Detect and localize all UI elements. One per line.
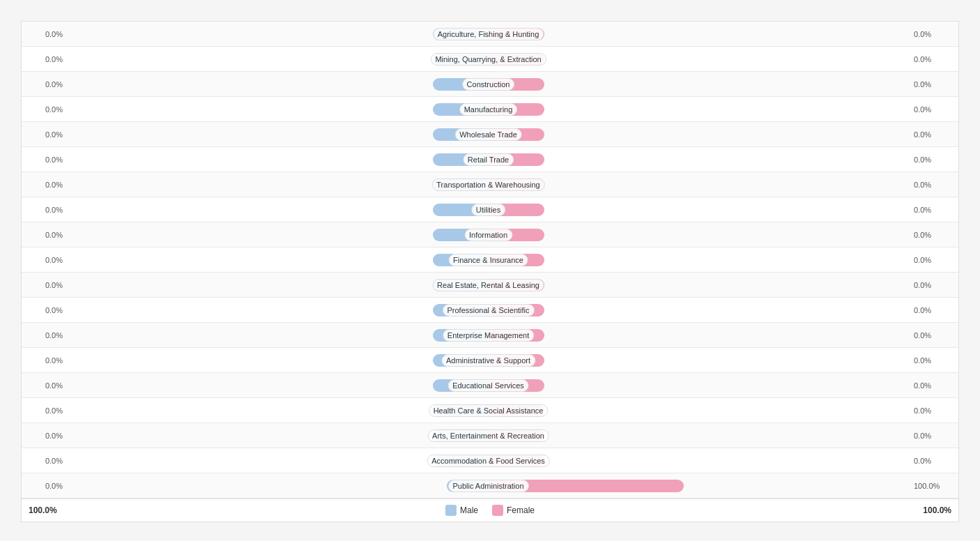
right-bar-wrap: [489, 52, 910, 67]
left-value: 0.0%: [29, 281, 67, 289]
bar-blue: [433, 78, 489, 91]
chart-row: 0.0% Public Administration 100.0%: [22, 473, 958, 498]
right-bar-wrap: [489, 102, 910, 117]
right-value: 100.0%: [910, 482, 951, 490]
left-value: 0.0%: [29, 406, 67, 415]
bar-blue: [433, 304, 489, 317]
right-value: 0.0%: [910, 30, 951, 38]
left-value: 0.0%: [29, 356, 67, 365]
bar-section: Enterprise Management: [67, 326, 910, 345]
bar-blue: [433, 279, 489, 291]
bar-blue: [433, 329, 489, 342]
left-value: 0.0%: [29, 55, 67, 63]
bar-section: Real Estate, Rental & Leasing: [67, 275, 910, 295]
left-value: 0.0%: [29, 457, 67, 465]
left-bar-wrap: [67, 152, 489, 167]
right-bar-wrap: [489, 26, 910, 42]
right-value: 0.0%: [910, 155, 951, 164]
footer-right-value: 100.0%: [910, 505, 951, 515]
bar-section: Public Administration: [67, 476, 910, 496]
left-bar-wrap: [67, 26, 489, 42]
bar-section: Professional & Scientific: [67, 300, 910, 320]
chart-row: 0.0% Enterprise Management 0.0%: [22, 323, 958, 348]
bar-pink: [489, 329, 544, 342]
right-value: 0.0%: [910, 181, 951, 189]
chart-row: 0.0% Agriculture, Fishing & Hunting 0.0%: [22, 22, 958, 47]
left-bar-wrap: [67, 303, 489, 318]
chart-row: 0.0% Finance & Insurance 0.0%: [22, 247, 958, 273]
bar-section: Administrative & Support: [67, 351, 910, 370]
left-bar-wrap: [67, 478, 489, 494]
left-value: 0.0%: [29, 482, 67, 490]
right-bar-wrap: [489, 77, 910, 92]
bar-blue: [433, 429, 489, 442]
left-value: 0.0%: [29, 331, 67, 340]
left-bar-wrap: [67, 227, 489, 243]
bar-pink: [489, 254, 544, 266]
bar-blue: [433, 404, 489, 417]
right-bar-wrap: [489, 478, 910, 494]
bar-section: Transportation & Warehousing: [67, 175, 910, 195]
chart-row: 0.0% Health Care & Social Assistance 0.0…: [22, 398, 958, 423]
bar-blue: [433, 178, 489, 191]
left-bar-wrap: [67, 202, 489, 218]
bar-blue: [433, 28, 489, 40]
right-bar-wrap: [489, 277, 910, 293]
left-bar-wrap: [67, 428, 489, 443]
bar-pink: [489, 279, 544, 291]
left-bar-wrap: [67, 252, 489, 268]
bar-section: Mining, Quarrying, & Extraction: [67, 49, 910, 69]
bar-section: Accommodation & Food Services: [67, 451, 910, 471]
bar-pink: [489, 379, 544, 392]
bar-pink: [489, 480, 684, 492]
footer-left-value: 100.0%: [29, 505, 70, 515]
left-bar-wrap: [67, 328, 489, 343]
bar-pink: [489, 304, 544, 317]
bar-pink: [489, 128, 544, 141]
bar-blue: [433, 455, 489, 467]
right-value: 0.0%: [910, 381, 951, 390]
bar-pink: [489, 404, 544, 417]
right-bar-wrap: [489, 453, 910, 468]
bar-pink: [489, 53, 544, 66]
chart-footer: 100.0% Male Female 100.0%: [22, 498, 958, 521]
bar-section: Utilities: [67, 200, 910, 220]
right-value: 0.0%: [910, 281, 951, 289]
bar-pink: [489, 229, 544, 241]
bar-section: Information: [67, 225, 910, 245]
bar-pink: [489, 78, 544, 91]
left-value: 0.0%: [29, 181, 67, 189]
right-value: 0.0%: [910, 457, 951, 465]
right-value: 0.0%: [910, 256, 951, 264]
left-value: 0.0%: [29, 130, 67, 139]
left-value: 0.0%: [29, 30, 67, 38]
right-value: 0.0%: [910, 231, 951, 239]
right-bar-wrap: [489, 252, 910, 268]
bar-blue: [447, 480, 489, 492]
bar-section: Finance & Insurance: [67, 250, 910, 270]
left-bar-wrap: [67, 403, 489, 418]
left-value: 0.0%: [29, 432, 67, 440]
chart-row: 0.0% Mining, Quarrying, & Extraction 0.0…: [22, 47, 958, 72]
bar-blue: [433, 53, 489, 66]
right-value: 0.0%: [910, 80, 951, 89]
right-value: 0.0%: [910, 356, 951, 365]
chart-row: 0.0% Utilities 0.0%: [22, 197, 958, 222]
right-bar-wrap: [489, 428, 910, 443]
bar-section: Wholesale Trade: [67, 125, 910, 144]
chart-row: 0.0% Professional & Scientific 0.0%: [22, 298, 958, 323]
bar-pink: [489, 153, 544, 166]
right-bar-wrap: [489, 353, 910, 368]
right-bar-wrap: [489, 403, 910, 418]
bar-pink: [489, 354, 544, 367]
bar-pink: [489, 178, 544, 191]
bar-pink: [489, 455, 544, 467]
bar-section: Educational Services: [67, 376, 910, 395]
chart-row: 0.0% Transportation & Warehousing 0.0%: [22, 172, 958, 197]
bar-pink: [489, 429, 544, 442]
right-value: 0.0%: [910, 206, 951, 214]
right-value: 0.0%: [910, 55, 951, 63]
bar-blue: [433, 229, 489, 241]
right-value: 0.0%: [910, 105, 951, 114]
bar-section: Arts, Entertainment & Recreation: [67, 426, 910, 445]
